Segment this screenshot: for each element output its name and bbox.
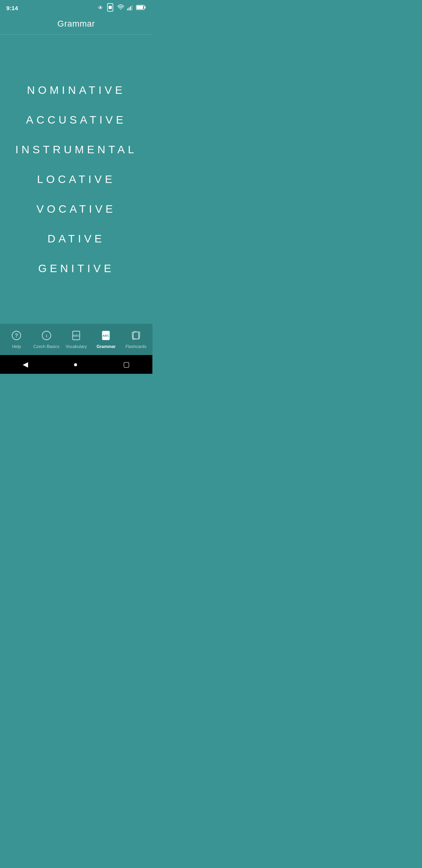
grammar-item-vocative[interactable]: VOCATIVE (0, 194, 152, 224)
nav-label-grammar: Grammar (97, 344, 116, 349)
svg-text:ABC: ABC (73, 334, 80, 337)
bottom-nav: ? Help i Czech Basics ABC Vocabulary (0, 324, 152, 355)
svg-text:?: ? (15, 332, 18, 339)
svg-rect-3 (127, 9, 128, 11)
svg-text:i: i (46, 334, 47, 338)
nav-item-vocabulary[interactable]: ABC Vocabulary (61, 327, 91, 352)
nav-item-flashcards[interactable]: Flashcards (121, 327, 151, 352)
flashcards-icon (131, 330, 141, 342)
grammar-item-instrumental[interactable]: INSTRUMENTAL (0, 135, 152, 165)
czech-basics-icon: i (41, 330, 52, 342)
svg-rect-8 (145, 6, 146, 9)
svg-rect-5 (130, 6, 131, 11)
grammar-item-dative[interactable]: DATIVE (0, 224, 152, 254)
nav-label-czech-basics: Czech Basics (33, 344, 59, 349)
header: Grammar (0, 14, 152, 35)
grammar-icon: ABC (101, 330, 111, 342)
grammar-item-nominative[interactable]: NOMINATIVE (0, 75, 152, 105)
parental-icon: 👁 (98, 5, 103, 11)
svg-rect-1 (109, 6, 112, 9)
grammar-item-genitive[interactable]: GENITIVE (0, 254, 152, 283)
nav-item-czech-basics[interactable]: i Czech Basics (31, 327, 61, 352)
nav-item-grammar[interactable]: ABC Grammar (91, 327, 121, 352)
grammar-item-locative[interactable]: LOCATIVE (0, 165, 152, 194)
nav-label-help: Help (12, 344, 21, 349)
status-icons: 👁 (98, 3, 146, 13)
svg-point-2 (120, 9, 121, 9)
wifi-icon (117, 4, 124, 12)
nav-label-flashcards: Flashcards (125, 344, 147, 349)
vocabulary-icon: ABC (71, 330, 81, 342)
main-content: NOMINATIVE ACCUSATIVE INSTRUMENTAL LOCAT… (0, 35, 152, 324)
svg-rect-4 (129, 7, 129, 11)
signal-icon (127, 4, 134, 12)
home-button[interactable]: ● (67, 359, 84, 370)
svg-rect-6 (132, 5, 132, 11)
svg-text:ABC: ABC (103, 334, 110, 337)
help-icon: ? (11, 330, 21, 342)
svg-rect-9 (137, 5, 143, 9)
nav-item-help[interactable]: ? Help (2, 327, 31, 352)
system-nav: ◀ ● ▢ (0, 355, 152, 374)
sim-icon (106, 3, 115, 13)
recents-button[interactable]: ▢ (117, 359, 136, 370)
back-button[interactable]: ◀ (16, 359, 34, 370)
grammar-item-accusative[interactable]: ACCUSATIVE (0, 105, 152, 135)
battery-icon (136, 5, 146, 11)
page-title: Grammar (57, 19, 95, 29)
status-time: 9:14 (6, 5, 18, 11)
nav-label-vocabulary: Vocabulary (66, 344, 87, 349)
status-bar: 9:14 👁 (0, 0, 152, 14)
